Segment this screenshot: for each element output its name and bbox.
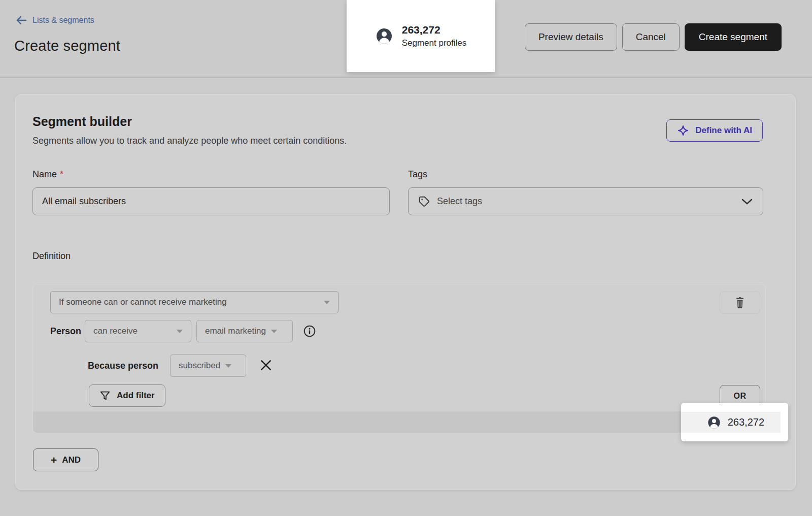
arrow-left-icon xyxy=(15,15,27,25)
channel-value: email marketing xyxy=(205,326,266,336)
segment-builder-card: Segment builder Segments allow you to tr… xyxy=(15,94,796,490)
builder-title: Segment builder xyxy=(32,114,132,129)
define-with-ai-button[interactable]: Define with AI xyxy=(666,119,763,142)
builder-subtitle: Segments allow you to track and analyze … xyxy=(32,136,347,146)
caret-down-icon xyxy=(324,301,330,304)
and-label: AND xyxy=(62,455,81,465)
condition-footer-bar xyxy=(33,411,765,433)
tags-label: Tags xyxy=(408,169,427,180)
segment-profiles-counter: 263,272 Segment profiles xyxy=(347,0,495,72)
required-asterisk: * xyxy=(60,169,63,179)
cancel-button[interactable]: Cancel xyxy=(622,23,680,51)
because-person-label: Because person xyxy=(88,361,158,371)
tags-placeholder: Select tags xyxy=(437,196,482,207)
channel-select[interactable]: email marketing xyxy=(196,320,293,342)
condition-type-value: If someone can or cannot receive marketi… xyxy=(59,297,227,307)
reason-select[interactable]: subscribed xyxy=(170,354,246,377)
caret-down-icon xyxy=(177,330,183,333)
counter-text: 263,272 Segment profiles xyxy=(402,24,467,48)
name-label: Name* xyxy=(32,169,63,180)
breadcrumb-label[interactable]: Lists & segments xyxy=(32,16,94,25)
consent-value: can receive xyxy=(93,326,138,336)
condition-type-select[interactable]: If someone can or cannot receive marketi… xyxy=(50,291,339,313)
profile-count-label: Segment profiles xyxy=(402,38,467,48)
filter-funnel-icon xyxy=(99,390,111,401)
breadcrumb[interactable]: Lists & segments xyxy=(15,15,94,25)
define-with-ai-label: Define with AI xyxy=(695,125,752,136)
condition-group: If someone can or cannot receive marketi… xyxy=(32,284,766,433)
profile-count: 263,272 xyxy=(402,24,467,36)
delete-condition-button[interactable] xyxy=(720,291,760,314)
tags-select[interactable]: Select tags xyxy=(408,187,763,215)
condition-profile-count: 263,272 xyxy=(728,416,764,428)
person-circle-icon xyxy=(707,415,721,430)
segment-name-input[interactable] xyxy=(32,187,390,215)
condition-count-row: 263,272 xyxy=(681,412,781,433)
definition-label: Definition xyxy=(32,251,71,262)
consent-select[interactable]: can receive xyxy=(85,320,191,342)
info-icon[interactable] xyxy=(303,325,316,338)
preview-details-button[interactable]: Preview details xyxy=(525,23,617,51)
caret-down-icon xyxy=(225,364,231,368)
condition-count-spotlight: 263,272 xyxy=(681,403,788,441)
create-segment-button[interactable]: Create segment xyxy=(685,23,782,51)
ai-sparkle-icon xyxy=(677,124,689,137)
close-icon[interactable] xyxy=(259,359,273,372)
chevron-down-icon xyxy=(740,198,754,206)
trash-icon xyxy=(735,297,745,308)
tag-icon xyxy=(418,195,431,208)
reason-value: subscribed xyxy=(179,361,220,371)
add-filter-label: Add filter xyxy=(117,391,155,401)
header-actions: Preview details Cancel Create segment xyxy=(525,23,782,51)
page-title: Create segment xyxy=(14,38,120,54)
add-filter-button[interactable]: Add filter xyxy=(89,384,165,407)
person-label: Person xyxy=(50,326,81,337)
person-circle-icon xyxy=(375,27,393,45)
add-and-condition-button[interactable]: + AND xyxy=(33,448,98,471)
caret-down-icon xyxy=(271,330,277,333)
plus-icon: + xyxy=(51,454,57,466)
